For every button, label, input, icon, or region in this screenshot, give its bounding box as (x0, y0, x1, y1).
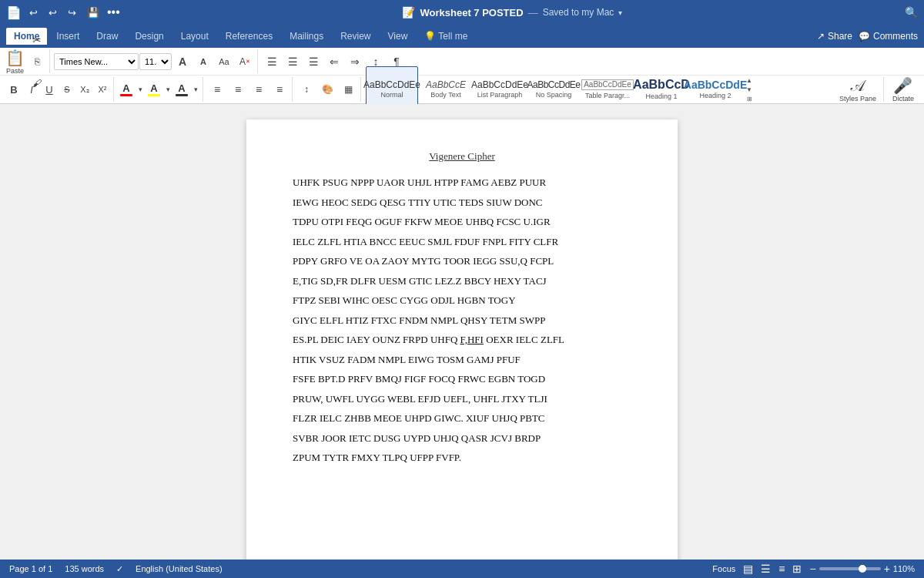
toolbar-row2: B I U S X₂ X² A ▾ A ▾ A ▾ (0, 76, 924, 103)
title-separator: — (528, 7, 538, 18)
style-h2-preview: AaBbCcDdE (684, 79, 747, 90)
undo2-button[interactable]: ↩ (45, 5, 60, 20)
status-bar: Page 1 of 1 135 words ✓ English (United … (0, 560, 924, 578)
doc-line: FLZR IELC ZHBB MEOE UHPD GIWC. XIUF UHJQ… (293, 411, 631, 426)
zoom-level[interactable]: 110% (893, 564, 915, 573)
font-color-icon: A (122, 82, 129, 94)
bold-button[interactable]: B (5, 81, 22, 98)
word-count[interactable]: 135 words (65, 564, 104, 573)
justify-button[interactable]: ≡ (270, 79, 290, 99)
proofing-icon[interactable]: ✓ (116, 564, 123, 574)
zoom-in-button[interactable]: + (884, 563, 890, 575)
style-list-preview: AaBbCcDdEe (471, 80, 528, 89)
document-container[interactable]: Vigenere Cipher UHFK PSUG NPPP UAOR UHJL… (0, 104, 924, 560)
change-case-button[interactable]: Aa (214, 52, 234, 72)
tab-review[interactable]: Review (333, 28, 378, 45)
read-view-icon[interactable]: ☰ (761, 563, 771, 575)
tab-references[interactable]: References (218, 28, 280, 45)
comment-icon: 💬 (859, 31, 870, 42)
styles-pane-icon: 𝒜 (851, 77, 864, 95)
doc-line: PRUW, UWFL UYGG WEBL EFJD UEFL, UHFL JTX… (293, 391, 631, 407)
font-grow-button[interactable]: A (172, 52, 192, 72)
spacing-group: ↕ 🎨 ▦ (294, 77, 361, 102)
view-icon-2[interactable]: ≡ (778, 563, 785, 575)
more-options-button[interactable]: ••• (107, 5, 120, 19)
zoom-out-button[interactable]: − (809, 563, 815, 575)
subscript-button[interactable]: X₂ (76, 81, 93, 98)
tab-insert[interactable]: Insert (49, 28, 87, 45)
font-color-dropdown[interactable]: ▾ (136, 79, 145, 99)
align-left-button[interactable]: ≡ (207, 79, 227, 99)
font-size-select[interactable]: 11.5 10 11 12 14 (139, 53, 172, 70)
style-body-label: Body Text (430, 91, 460, 99)
ribbon-tabs: Home Insert Draw Design Layout Reference… (0, 25, 924, 48)
align-center-button[interactable]: ≡ (228, 79, 248, 99)
paste-label: Paste (6, 67, 24, 75)
tab-view[interactable]: View (380, 28, 416, 45)
strikethrough-button[interactable]: S (59, 81, 75, 98)
dictate-button[interactable]: 🎤 Dictate (888, 76, 919, 102)
share-icon: ↗ (817, 31, 825, 42)
shading-button[interactable]: 🎨 (317, 79, 337, 99)
document-body[interactable]: UHFK PSUG NPPP UAOR UHJL HTPP FAMG AEBZ … (293, 175, 631, 465)
title-bar-right: 🔍 (905, 6, 918, 18)
style-body-preview: AaBbCcE (426, 80, 466, 89)
highlight-dropdown[interactable]: ▾ (163, 79, 172, 99)
style-table-label: Table Paragr... (585, 92, 630, 99)
document-page: Vigenere Cipher UHFK PSUG NPPP UAOR UHJL… (246, 119, 678, 560)
font-color-button[interactable]: A (118, 81, 135, 98)
align-right-button[interactable]: ≡ (249, 79, 269, 99)
title-bar-center: 📝 Worksheet 7 POSTED — Saved to my Mac ▾ (402, 6, 622, 18)
redo-button[interactable]: ↩ (65, 5, 79, 20)
doc-line: ZPUM TYTR FMXY TLPQ UFPP FVFP. (293, 450, 631, 465)
text-effects-button[interactable]: A (173, 81, 190, 98)
tab-tell-me[interactable]: 💡 Tell me (417, 28, 475, 45)
line-spacing-button[interactable]: ↕ (296, 79, 316, 99)
title-bar-left: 📄 ↩ ↩ ↩ 💾 ••• (6, 5, 120, 20)
font-name-select[interactable]: Times New... Arial Calibri (54, 53, 139, 70)
microphone-icon: 🎤 (893, 76, 912, 95)
style-normal-label: Normal (380, 91, 403, 99)
doc-line: ES.PL DEIC IAEY OUNZ FRPD UHFQ F,HFI OEX… (293, 332, 631, 348)
superscript-button[interactable]: X² (94, 81, 111, 98)
text-effects-dropdown[interactable]: ▾ (191, 79, 200, 99)
page-view-icon[interactable]: ▤ (743, 563, 753, 575)
decrease-indent-button[interactable]: ⇐ (324, 52, 344, 72)
tab-draw[interactable]: Draw (89, 28, 126, 45)
paste-button[interactable]: 📋 Paste (5, 49, 25, 75)
style-normal-preview: AaBbCcDdEe (363, 80, 420, 89)
chevron-down-icon[interactable]: ▾ (618, 8, 622, 17)
focus-button[interactable]: Focus (712, 564, 735, 573)
copy-button[interactable]: ⎘ (27, 52, 47, 72)
bullets-button[interactable]: ☰ (262, 52, 282, 72)
cut-button[interactable]: ✂ (27, 30, 47, 50)
effects-bar (176, 94, 188, 96)
tab-layout[interactable]: Layout (173, 28, 216, 45)
word-doc-icon: 📝 (402, 6, 415, 18)
tab-mailings[interactable]: Mailings (282, 28, 331, 45)
language[interactable]: English (United States) (136, 564, 223, 573)
font-shrink-button[interactable]: A (193, 52, 213, 72)
search-icon[interactable]: 🔍 (905, 6, 918, 18)
underline-button[interactable]: U (41, 81, 58, 98)
doc-line: IELC ZLFL HTIA BNCC EEUC SMJL FDUF FNPL … (293, 234, 631, 250)
clear-formatting-button[interactable]: A✕ (235, 52, 255, 72)
multilevel-list-button[interactable]: ☰ (303, 52, 323, 72)
style-h1-preview: AaBbCcD (633, 79, 690, 91)
save-button[interactable]: 💾 (84, 5, 102, 20)
comments-button[interactable]: 💬 Comments (859, 31, 918, 42)
italic-button[interactable]: I (23, 81, 40, 98)
view-icon-3[interactable]: ⊞ (792, 563, 802, 575)
numbering-button[interactable]: ☰ (283, 52, 303, 72)
highlight-color-button[interactable]: A (146, 81, 162, 98)
borders-button[interactable]: ▦ (338, 79, 358, 99)
font-group: Times New... Arial Calibri 11.5 10 11 12… (52, 49, 258, 73)
styles-pane-label: Styles Pane (839, 95, 876, 102)
share-button[interactable]: ↗ Share (817, 31, 852, 42)
zoom-slider[interactable] (819, 567, 881, 570)
tab-design[interactable]: Design (127, 28, 171, 45)
styles-more-button[interactable]: ▲ ▼ ⊞ (743, 77, 755, 102)
doc-line: SVBR JOOR IETC DUSG UYPD UHJQ QASR JCVJ … (293, 431, 631, 446)
styles-pane-button[interactable]: 𝒜 Styles Pane (835, 77, 881, 102)
undo-button[interactable]: ↩ (26, 5, 41, 20)
